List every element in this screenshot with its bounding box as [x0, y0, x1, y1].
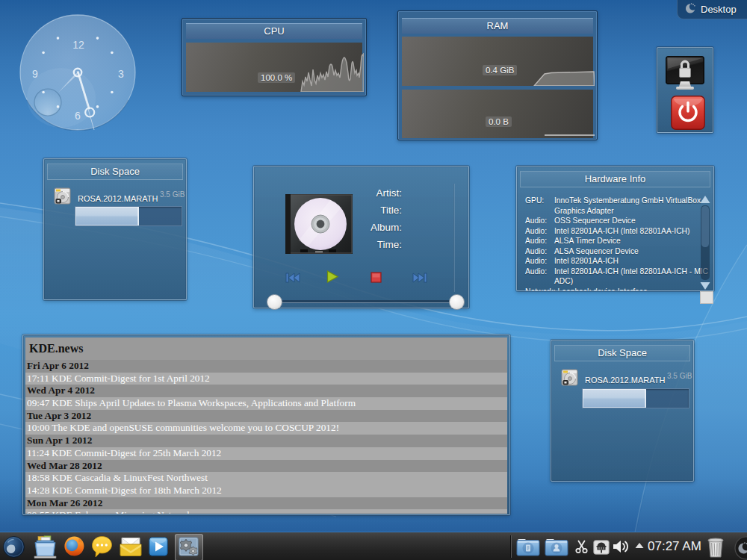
svg-text:9: 9	[32, 68, 38, 80]
svg-text:3: 3	[118, 68, 124, 80]
svg-text:12: 12	[72, 39, 84, 51]
svg-text:6: 6	[75, 110, 81, 122]
